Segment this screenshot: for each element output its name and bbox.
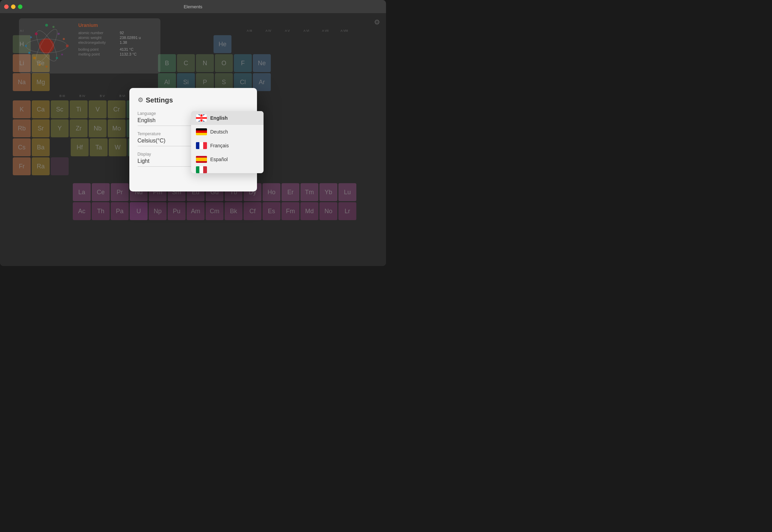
- language-option-de[interactable]: Deutsch: [191, 125, 264, 139]
- flag-uk: [196, 115, 207, 121]
- language-option-fr[interactable]: Français: [191, 139, 264, 152]
- titlebar: Elements: [0, 0, 386, 13]
- app-window: Elements ⚙ A I A III A IV: [0, 0, 386, 266]
- flag-es: [196, 156, 207, 163]
- language-de-label: Deutsch: [210, 129, 228, 135]
- language-option-es[interactable]: Español: [191, 152, 264, 166]
- flag-it: [196, 166, 207, 173]
- content-area: ⚙ A I A III A IV A V A VI: [0, 13, 386, 266]
- settings-panel: ⚙ Settings Language English Temperature …: [129, 88, 257, 191]
- language-option-en[interactable]: English: [191, 111, 264, 125]
- minimize-button[interactable]: [11, 4, 16, 9]
- window-title: Elements: [184, 4, 202, 9]
- maximize-button[interactable]: [18, 4, 22, 9]
- traffic-lights: [4, 4, 22, 9]
- settings-overlay: ⚙ Settings Language English Temperature …: [0, 13, 386, 266]
- flag-de: [196, 128, 207, 135]
- language-es-label: Español: [210, 157, 228, 162]
- language-en-label: English: [210, 115, 228, 121]
- close-button[interactable]: [4, 4, 9, 9]
- settings-title-gear-icon: ⚙: [138, 96, 143, 104]
- settings-body: Language English Temperature Celsius(°C)…: [138, 111, 249, 167]
- settings-title: ⚙ Settings: [138, 96, 249, 104]
- language-fr-label: Français: [210, 143, 229, 148]
- language-option-it[interactable]: [191, 166, 264, 173]
- flag-fr: [196, 142, 207, 149]
- language-dropdown: English Deutsch: [191, 111, 264, 173]
